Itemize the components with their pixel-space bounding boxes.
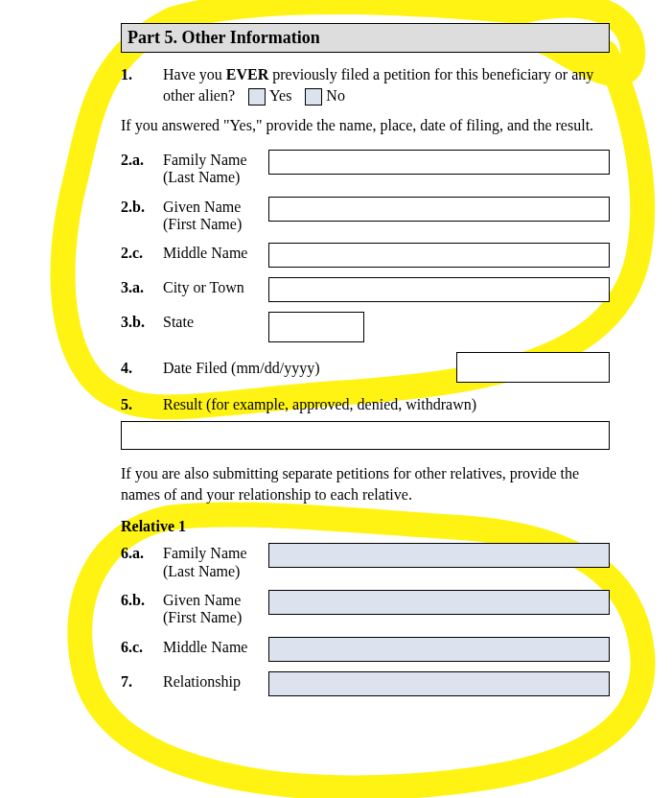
input-result[interactable]: [121, 421, 610, 450]
input-middle-name[interactable]: [268, 243, 610, 268]
q1-pre: Have you: [163, 66, 226, 82]
instruction-2: If you are also submitting separate peti…: [121, 463, 610, 505]
row-2b: 2.b. Given Name (First Name): [121, 197, 610, 234]
input-city[interactable]: [268, 277, 610, 302]
num-3a: 3.a.: [121, 277, 163, 296]
num-6c: 6.c.: [121, 637, 163, 656]
num-2c: 2.c.: [121, 243, 163, 262]
label-2a-line1: Family Name: [163, 152, 247, 168]
section-title: Part 5. Other Information: [127, 28, 320, 47]
num-5: 5.: [121, 394, 163, 413]
label-5: Result (for example, approved, denied, w…: [163, 394, 610, 415]
label-6a: Family Name (Last Name): [163, 543, 268, 580]
row-4: 4. Date Filed (mm/dd/yyyy): [121, 352, 610, 383]
section-header: Part 5. Other Information: [121, 23, 610, 53]
input-rel1-middle-name[interactable]: [268, 637, 610, 662]
label-4: Date Filed (mm/dd/yyyy): [163, 358, 449, 377]
row-6c: 6.c. Middle Name: [121, 637, 610, 662]
input-family-name[interactable]: [268, 150, 610, 175]
label-yes: Yes: [269, 87, 291, 104]
checkbox-yes[interactable]: [248, 88, 266, 106]
label-2a: Family Name (Last Name): [163, 150, 268, 187]
num-7: 7.: [121, 671, 163, 691]
q1-number: 1.: [121, 64, 163, 83]
label-6c: Middle Name: [163, 637, 268, 656]
input-date-filed[interactable]: [456, 352, 610, 383]
row-3b: 3.b. State: [121, 312, 610, 342]
label-7: Relationship: [163, 671, 268, 691]
input-rel1-relationship[interactable]: [268, 671, 610, 696]
label-6b: Given Name (First Name): [163, 590, 268, 627]
row-7: 7. Relationship: [121, 671, 610, 696]
label-3a: City or Town: [163, 277, 268, 296]
row-5: 5. Result (for example, approved, denied…: [121, 394, 610, 415]
row-3a: 3.a. City or Town: [121, 277, 610, 302]
label-6a-line2: (Last Name): [163, 563, 240, 579]
label-2a-line2: (Last Name): [163, 169, 240, 185]
label-2b-line2: (First Name): [163, 216, 242, 232]
q1-ever: EVER: [226, 66, 268, 82]
num-6b: 6.b.: [121, 590, 163, 609]
label-2b-line1: Given Name: [163, 199, 241, 215]
relative-1-heading: Relative 1: [121, 518, 610, 535]
num-2a: 2.a.: [121, 150, 163, 169]
input-rel1-given-name[interactable]: [268, 590, 610, 615]
input-given-name[interactable]: [268, 197, 610, 222]
instruction-1: If you answered "Yes," provide the name,…: [121, 115, 610, 136]
label-6a-line1: Family Name: [163, 545, 247, 561]
q1-text: Have you EVER previously filed a petitio…: [163, 64, 610, 106]
num-2b: 2.b.: [121, 197, 163, 216]
label-3b: State: [163, 312, 268, 331]
label-6b-line2: (First Name): [163, 609, 242, 625]
checkbox-no[interactable]: [305, 88, 322, 106]
label-no: No: [326, 87, 345, 104]
row-2a: 2.a. Family Name (Last Name): [121, 150, 610, 187]
label-2b: Given Name (First Name): [163, 197, 268, 234]
row-2c: 2.c. Middle Name: [121, 243, 610, 268]
label-6b-line1: Given Name: [163, 592, 241, 608]
row-6a: 6.a. Family Name (Last Name): [121, 543, 610, 580]
input-rel1-family-name[interactable]: [268, 543, 610, 568]
row-6b: 6.b. Given Name (First Name): [121, 590, 610, 627]
num-4: 4.: [121, 358, 163, 377]
question-1: 1. Have you EVER previously filed a peti…: [121, 64, 610, 106]
label-2c: Middle Name: [163, 243, 268, 262]
num-3b: 3.b.: [121, 312, 163, 331]
input-state[interactable]: [268, 312, 364, 342]
num-6a: 6.a.: [121, 543, 163, 562]
